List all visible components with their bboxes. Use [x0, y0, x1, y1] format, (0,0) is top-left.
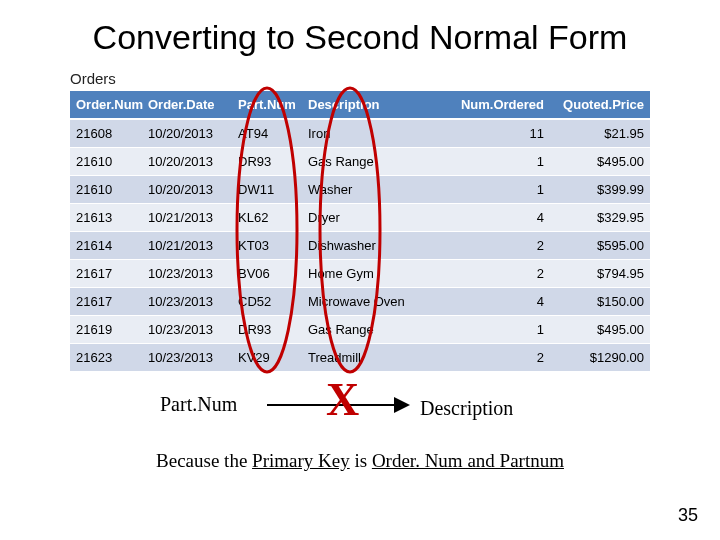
table-cell: DW11 — [232, 176, 302, 204]
table-cell: 1 — [450, 176, 550, 204]
table-cell: 1 — [450, 148, 550, 176]
explanation-text: Because the Primary Key is Order. Num an… — [0, 450, 720, 472]
table-cell: 10/21/2013 — [142, 232, 232, 260]
table-cell: KV29 — [232, 344, 302, 372]
col-quoted-price: Quoted.Price — [550, 91, 650, 119]
table-cell: Gas Range — [302, 148, 450, 176]
table-cell: KL62 — [232, 204, 302, 232]
table-cell: Home Gym — [302, 260, 450, 288]
table-cell: 21608 — [70, 119, 142, 148]
table-cell: Dryer — [302, 204, 450, 232]
table-cell: 2 — [450, 260, 550, 288]
table-row: 2161010/20/2013DR93Gas Range1$495.00 — [70, 148, 650, 176]
dependency-annotation: Part.Num X Description — [70, 375, 650, 445]
table-cell: DR93 — [232, 316, 302, 344]
page-number: 35 — [678, 505, 698, 526]
table-cell: $1290.00 — [550, 344, 650, 372]
table-row: 2161310/21/2013KL62Dryer4$329.95 — [70, 204, 650, 232]
table-cell: 10/20/2013 — [142, 176, 232, 204]
table-cell: 10/23/2013 — [142, 288, 232, 316]
table-cell: 10/23/2013 — [142, 316, 232, 344]
col-order-date: Order.Date — [142, 91, 232, 119]
table-row: 2161910/23/2013DR93Gas Range1$495.00 — [70, 316, 650, 344]
table-cell: $595.00 — [550, 232, 650, 260]
table-cell: Washer — [302, 176, 450, 204]
table-cell: Dishwasher — [302, 232, 450, 260]
table-cell: 21613 — [70, 204, 142, 232]
table-cell: 21619 — [70, 316, 142, 344]
x-mark-icon: X — [326, 373, 359, 426]
description-label: Description — [420, 397, 513, 420]
orders-table: Order.Num Order.Date Part.Num Descriptio… — [70, 91, 650, 372]
slide-title: Converting to Second Normal Form — [0, 18, 720, 57]
table-cell: 4 — [450, 204, 550, 232]
table-cell: $794.95 — [550, 260, 650, 288]
table-row: 2162310/23/2013KV29Treadmill2$1290.00 — [70, 344, 650, 372]
table-cell: Microwave Oven — [302, 288, 450, 316]
orders-table-wrap: Orders Order.Num Order.Date Part.Num Des… — [70, 70, 650, 372]
table-cell: $150.00 — [550, 288, 650, 316]
table-row: 2161710/23/2013CD52Microwave Oven4$150.0… — [70, 288, 650, 316]
table-cell: 21614 — [70, 232, 142, 260]
col-description: Description — [302, 91, 450, 119]
table-cell: Iron — [302, 119, 450, 148]
table-cell: 21623 — [70, 344, 142, 372]
table-cell: 10/21/2013 — [142, 204, 232, 232]
table-cell: 1 — [450, 316, 550, 344]
because-prefix: Because the — [156, 450, 252, 471]
table-cell: 10/23/2013 — [142, 344, 232, 372]
col-num-ordered: Num.Ordered — [450, 91, 550, 119]
table-cell: 2 — [450, 344, 550, 372]
table-cell: 10/23/2013 — [142, 260, 232, 288]
table-cell: 10/20/2013 — [142, 148, 232, 176]
table-header-row: Order.Num Order.Date Part.Num Descriptio… — [70, 91, 650, 119]
table-cell: 11 — [450, 119, 550, 148]
table-cell: Gas Range — [302, 316, 450, 344]
table-row: 2161010/20/2013DW11Washer1$399.99 — [70, 176, 650, 204]
table-cell: 2 — [450, 232, 550, 260]
table-cell: 21610 — [70, 176, 142, 204]
because-mid: is — [350, 450, 372, 471]
table-cell: $21.95 — [550, 119, 650, 148]
table-cell: 10/20/2013 — [142, 119, 232, 148]
table-cell: $399.99 — [550, 176, 650, 204]
table-caption: Orders — [70, 70, 650, 87]
table-cell: BV06 — [232, 260, 302, 288]
table-cell: 4 — [450, 288, 550, 316]
table-row: 2161710/23/2013BV06Home Gym2$794.95 — [70, 260, 650, 288]
table-cell: $495.00 — [550, 148, 650, 176]
table-cell: 21617 — [70, 260, 142, 288]
svg-marker-3 — [394, 397, 410, 413]
because-ul1: Primary Key — [252, 450, 350, 471]
because-ul2: Order. Num and Partnum — [372, 450, 564, 471]
table-cell: $329.95 — [550, 204, 650, 232]
table-row: 2161410/21/2013KT03Dishwasher2$595.00 — [70, 232, 650, 260]
col-part-num: Part.Num — [232, 91, 302, 119]
partnum-label: Part.Num — [160, 393, 237, 416]
table-row: 2160810/20/2013AT94Iron11$21.95 — [70, 119, 650, 148]
table-cell: AT94 — [232, 119, 302, 148]
table-cell: CD52 — [232, 288, 302, 316]
table-cell: DR93 — [232, 148, 302, 176]
table-cell: 21610 — [70, 148, 142, 176]
table-cell: KT03 — [232, 232, 302, 260]
table-cell: Treadmill — [302, 344, 450, 372]
col-order-num: Order.Num — [70, 91, 142, 119]
table-cell: $495.00 — [550, 316, 650, 344]
table-cell: 21617 — [70, 288, 142, 316]
